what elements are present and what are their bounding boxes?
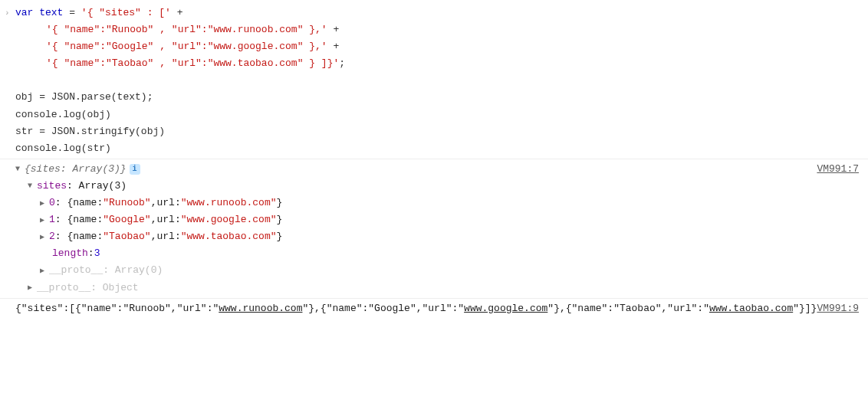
- expand-icon[interactable]: [40, 197, 48, 210]
- number-value: 3: [94, 245, 100, 262]
- info-icon[interactable]: i: [130, 164, 140, 175]
- identifier-text: text: [39, 7, 63, 18]
- input-row: › var text = '{ "sites" : [' + '{ "name"…: [0, 3, 868, 159]
- source-link[interactable]: VM991:7: [817, 161, 862, 178]
- string-literal: '{ "name":"Google" , "url":"www.google.c…: [46, 41, 327, 52]
- string-output: {"sites":[{"name":"Runoob","url":"www.ru…: [15, 300, 817, 317]
- string-value: "www.taobao.com": [181, 228, 277, 245]
- string-value: "www.runoob.com": [181, 195, 277, 211]
- string-literal: '{ "name":"Taobao" , "url":"www.taobao.c…: [46, 57, 339, 69]
- tree-item-2[interactable]: 2: {name: "Taobao", url: "www.taobao.com…: [15, 228, 817, 245]
- url-link[interactable]: www.runoob.com: [219, 303, 302, 314]
- object-tree: {sites: Array(3)} i sites: Array(3) 0: {…: [15, 161, 817, 297]
- array-index: 1: [49, 211, 55, 228]
- expand-icon[interactable]: [28, 179, 35, 192]
- code-line: obj = JSON.parse(text);: [15, 91, 153, 103]
- console-panel: › var text = '{ "sites" : [' + '{ "name"…: [0, 0, 868, 322]
- array-index: 0: [49, 195, 55, 211]
- tree-item-1[interactable]: 1: {name: "Google", url: "www.google.com…: [15, 211, 817, 228]
- code-line: str = JSON.stringify(obj): [15, 126, 165, 137]
- output-object-row: {sites: Array(3)} i sites: Array(3) 0: {…: [0, 159, 868, 299]
- string-value: "www.google.com": [181, 211, 277, 228]
- input-prompt-icon: ›: [5, 6, 10, 21]
- expand-icon[interactable]: [15, 162, 23, 175]
- object-preview: {sites: Array(3)}: [25, 161, 127, 178]
- proto-key: __proto__: [49, 262, 103, 279]
- source-link[interactable]: VM991:9: [817, 300, 862, 317]
- expand-icon[interactable]: [28, 281, 35, 294]
- array-index: 2: [49, 228, 55, 245]
- expand-icon[interactable]: [40, 264, 48, 277]
- proto-key: __proto__: [37, 280, 90, 297]
- code-line: console.log(str): [15, 143, 111, 154]
- output-string-row: {"sites":[{"name":"Runoob","url":"www.ru…: [0, 299, 868, 319]
- tree-item-0[interactable]: 0: {name: "Runoob", url: "www.runoob.com…: [15, 195, 817, 211]
- expand-icon[interactable]: [40, 214, 48, 227]
- tree-length: length: 3: [15, 245, 817, 262]
- keyword-var: var: [15, 7, 33, 18]
- tree-root[interactable]: {sites: Array(3)} i: [15, 161, 817, 178]
- url-link[interactable]: www.taobao.com: [709, 303, 793, 314]
- string-value: "Taobao": [103, 228, 150, 245]
- tree-proto-array[interactable]: __proto__: Array(0): [15, 262, 817, 279]
- url-link[interactable]: www.google.com: [464, 303, 547, 314]
- expand-icon[interactable]: [40, 231, 48, 244]
- code-line: console.log(obj): [15, 109, 111, 120]
- code-input[interactable]: var text = '{ "sites" : [' + '{ "name":"…: [15, 5, 862, 157]
- tree-proto-object[interactable]: __proto__: Object: [15, 280, 817, 297]
- property-key: sites: [37, 178, 67, 195]
- string-literal: '{ "name":"Runoob" , "url":"www.runoob.c…: [46, 24, 327, 35]
- string-literal: '{ "sites" : [': [81, 7, 171, 18]
- string-value: "Runoob": [103, 195, 150, 211]
- tree-sites[interactable]: sites: Array(3): [15, 178, 817, 195]
- string-value: "Google": [103, 211, 150, 228]
- property-key: length: [52, 245, 88, 262]
